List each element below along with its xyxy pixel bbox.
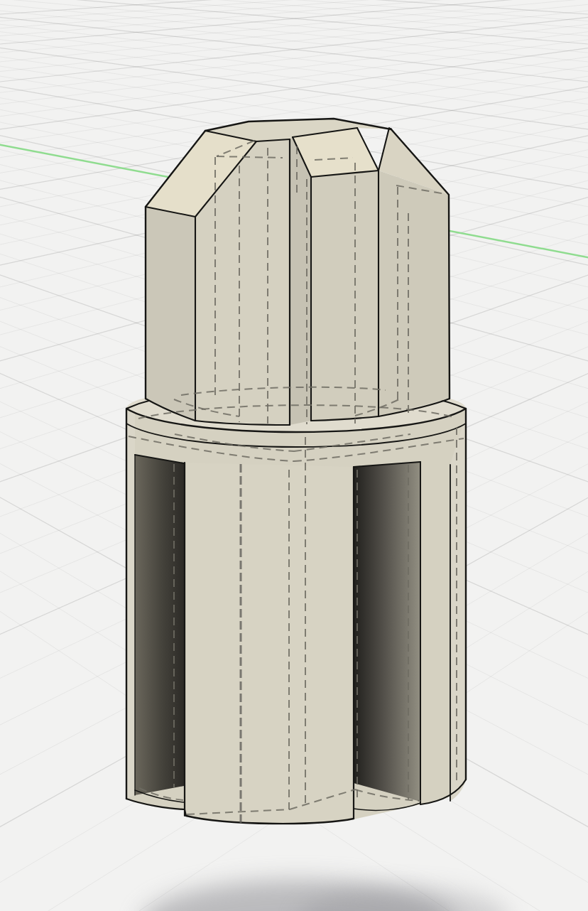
front-fin-slab xyxy=(185,463,354,824)
left-silhouette-strip xyxy=(126,411,135,799)
right-silhouette-strip xyxy=(450,416,466,801)
right-outer-face xyxy=(379,171,450,416)
3d-model-part[interactable] xyxy=(126,119,466,824)
left-outer-face xyxy=(146,207,195,421)
scene-svg xyxy=(0,0,588,911)
notch-side-face xyxy=(290,137,311,425)
cad-viewport-canvas[interactable] xyxy=(0,0,588,911)
right-lobe-front-face xyxy=(311,171,379,421)
model-ground-shadow xyxy=(141,880,510,911)
left-slot-opening xyxy=(135,455,184,795)
model-lower-finned-cylinder[interactable] xyxy=(126,390,466,824)
right-slot-opening xyxy=(354,462,420,802)
